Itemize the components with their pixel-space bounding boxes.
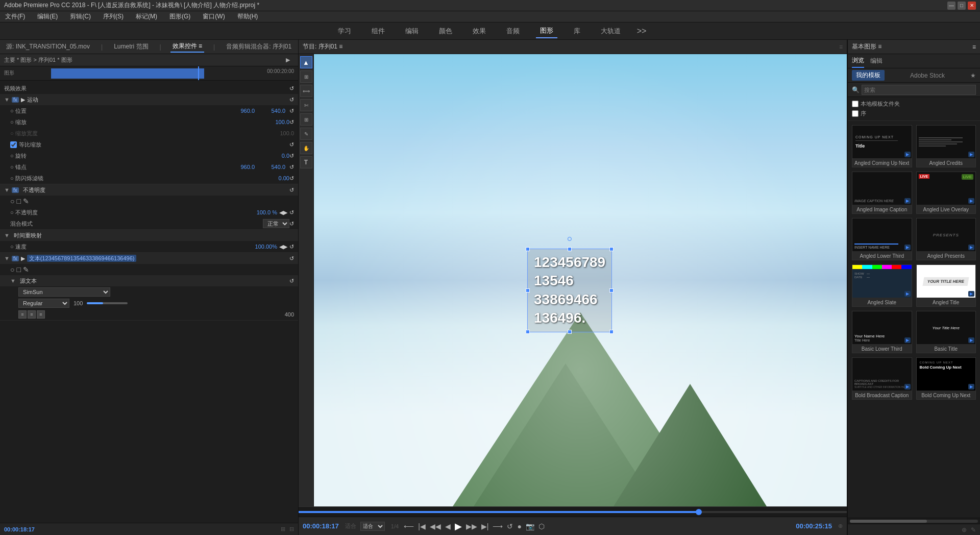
text-overlay-box[interactable]: 1234567891354633869466136496. <box>527 249 612 332</box>
panel-options-icon[interactable]: ≡ <box>839 43 843 51</box>
opacity-reset-icon[interactable]: ↺ <box>289 187 294 193</box>
track-select-tool[interactable]: ⊞ <box>300 70 312 83</box>
ctrl-options[interactable]: ⬡ <box>537 522 546 530</box>
text-pen-icon[interactable]: ✎ <box>23 265 29 274</box>
handle-r[interactable] <box>609 288 614 293</box>
speed-reset-icon[interactable]: ↺ <box>289 244 294 250</box>
copy-icon[interactable]: ⊞ <box>281 526 285 532</box>
template-angled-coming-up[interactable]: COMING UP NEXT Title ▶ Angled Coming Up … <box>852 125 912 167</box>
template-bold-broadcast[interactable]: CAPTIONS AND CREDITS FOR BROADCAST SUBTI… <box>852 357 912 400</box>
opacity-reset2-icon[interactable]: ↺ <box>289 209 294 216</box>
add-media-icon[interactable]: ⊕ <box>838 523 843 529</box>
my-templates-tab[interactable]: 我的模板 <box>852 70 885 81</box>
template-live-overlay[interactable]: LIVE ▶ LIVE Angled Live Overlay <box>916 172 976 214</box>
opacity-right-icon[interactable]: ▶ <box>283 209 287 216</box>
tab-effect-controls[interactable]: 效果控件 ≡ <box>170 41 204 53</box>
blend-mode-select[interactable]: 正常 <box>263 219 289 228</box>
menu-window[interactable]: 窗口(W) <box>201 11 227 22</box>
panel-menu-icon[interactable]: ≡ <box>972 43 976 51</box>
align-right-btn[interactable]: ≡ <box>37 310 45 319</box>
ctrl-out[interactable]: ⟶ <box>492 522 504 530</box>
rect-icon[interactable]: □ <box>16 197 20 205</box>
opacity-left-icon[interactable]: ◀ <box>279 209 283 216</box>
effect-timeline-bar[interactable]: 图形 00:00:20:00 <box>0 66 298 81</box>
text-ellipse-icon[interactable]: ○ <box>10 265 14 274</box>
nav-more[interactable]: >> <box>637 27 647 36</box>
uniform-scale-checkbox[interactable] <box>10 141 17 148</box>
motion-title[interactable]: ▼ fx ▶ 运动 ↺ <box>0 94 298 105</box>
nav-large-track[interactable]: 大轨道 <box>597 25 625 38</box>
menu-file[interactable]: 文件(F) <box>3 11 27 22</box>
template-slate[interactable]: SHOW — DATE — ▶ Angled Slate <box>852 264 912 307</box>
text-rect-icon[interactable]: □ <box>16 265 20 274</box>
template-image-caption[interactable]: IMAGE CAPTION HERE ▶ Angled Image Captio… <box>852 172 912 214</box>
right-panel-scrollbar[interactable] <box>848 518 980 524</box>
ellipse-icon[interactable]: ○ <box>10 197 14 205</box>
ctrl-step-back[interactable]: |◀ <box>417 522 427 530</box>
text-layer-title[interactable]: ▼ fx ▶ 文本(123456789135463338694661364​96… <box>0 253 298 264</box>
opacity-title[interactable]: ▼ fx 不透明度 ↺ <box>0 184 298 196</box>
ctrl-rewind[interactable]: ◀ <box>444 522 452 530</box>
menu-marker[interactable]: 标记(M) <box>134 11 159 22</box>
menu-edit[interactable]: 编辑(E) <box>35 11 60 22</box>
tab-edit[interactable]: 编辑 <box>870 55 883 67</box>
template-basic-lower-third[interactable]: Your Name Here Title Here ▶ Basic Lower … <box>852 311 912 353</box>
handle-t[interactable] <box>568 247 572 251</box>
nav-color[interactable]: 颜色 <box>435 25 456 38</box>
fit-select[interactable]: 适合 100% <box>360 522 385 531</box>
handle-bl[interactable] <box>526 330 530 334</box>
tab-audio-mixer[interactable]: 音频剪辑混合器: 序列01 <box>224 41 293 52</box>
tab-lumetri[interactable]: Lumetri 范围 <box>112 41 150 52</box>
close-button[interactable]: ✕ <box>968 2 976 10</box>
scale-reset-icon[interactable]: ↺ <box>289 119 294 126</box>
tab-source[interactable]: 源: INK_TRANSITION_05.mov <box>4 41 92 52</box>
template-presents[interactable]: PRESENTS ▶ Angled Presents <box>916 218 976 260</box>
progress-bar-area[interactable] <box>299 511 847 513</box>
text-tool[interactable]: T <box>300 156 312 168</box>
handle-tr[interactable] <box>609 247 614 251</box>
nav-audio[interactable]: 音频 <box>502 25 524 38</box>
speed-left-icon[interactable]: ◀ <box>279 244 283 250</box>
handle-l[interactable] <box>526 288 530 293</box>
ctrl-step-fwd[interactable]: ▶| <box>480 522 490 530</box>
star-icon[interactable]: ★ <box>970 72 976 79</box>
nav-learn[interactable]: 学习 <box>334 25 355 38</box>
pen-icon[interactable]: ✎ <box>23 197 29 205</box>
nav-library[interactable]: 库 <box>570 25 584 38</box>
position-reset-icon[interactable]: ↺ <box>289 108 294 114</box>
razor-tool[interactable]: ✄ <box>300 99 312 111</box>
reset-icon[interactable]: ↺ <box>289 85 294 92</box>
timeline-playhead[interactable] <box>198 66 199 80</box>
minimize-button[interactable]: — <box>947 2 955 10</box>
preview-progress[interactable] <box>299 506 847 517</box>
rotation-reset-icon[interactable]: ↺ <box>289 153 294 159</box>
antiflicker-reset-icon[interactable]: ↺ <box>289 175 294 182</box>
ctrl-ff[interactable]: ▶▶ <box>465 522 478 530</box>
template-angled-title[interactable]: YOUR TITLE HERE ▶ Angled Title <box>916 264 976 307</box>
adobe-stock-tab[interactable]: Adobe Stock <box>910 72 945 79</box>
blend-reset-icon[interactable]: ↺ <box>289 221 294 227</box>
menu-sequence[interactable]: 序列(S) <box>101 11 126 22</box>
ctrl-record[interactable]: ● <box>516 522 522 530</box>
nav-edit[interactable]: 编辑 <box>401 25 423 38</box>
speed-right-icon[interactable]: ▶ <box>283 244 287 250</box>
new-layer-icon[interactable]: ⊕ <box>962 526 967 533</box>
font-select[interactable]: SimSun <box>18 287 110 297</box>
ripple-tool[interactable]: ⟺ <box>300 85 312 97</box>
pen-tool[interactable]: ✎ <box>300 128 312 140</box>
align-left-btn[interactable]: ≡ <box>18 310 27 319</box>
menu-graphics[interactable]: 图形(G) <box>167 11 192 22</box>
sequence-checkbox[interactable] <box>852 110 859 117</box>
font-style-select[interactable]: Regular <box>18 299 69 308</box>
ctrl-loop[interactable]: ↺ <box>506 522 514 530</box>
anchor-reset-icon[interactable]: ↺ <box>289 164 294 171</box>
nav-assembly[interactable]: 组件 <box>368 25 389 38</box>
menu-clip[interactable]: 剪辑(C) <box>68 11 93 22</box>
align-center-btn[interactable]: ≡ <box>28 310 36 319</box>
slip-tool[interactable]: ⊞ <box>300 113 312 126</box>
ctrl-play[interactable]: ▶ <box>454 521 463 532</box>
source-text-title[interactable]: ▼ 源文本 ↺ <box>0 275 298 286</box>
ctrl-camera[interactable]: 📷 <box>525 522 535 530</box>
template-lower-third[interactable]: INSERT NAME HERE ▶ Angled Lower Third <box>852 218 912 260</box>
time-remap-title[interactable]: ▼ 时间重映射 <box>0 230 298 241</box>
